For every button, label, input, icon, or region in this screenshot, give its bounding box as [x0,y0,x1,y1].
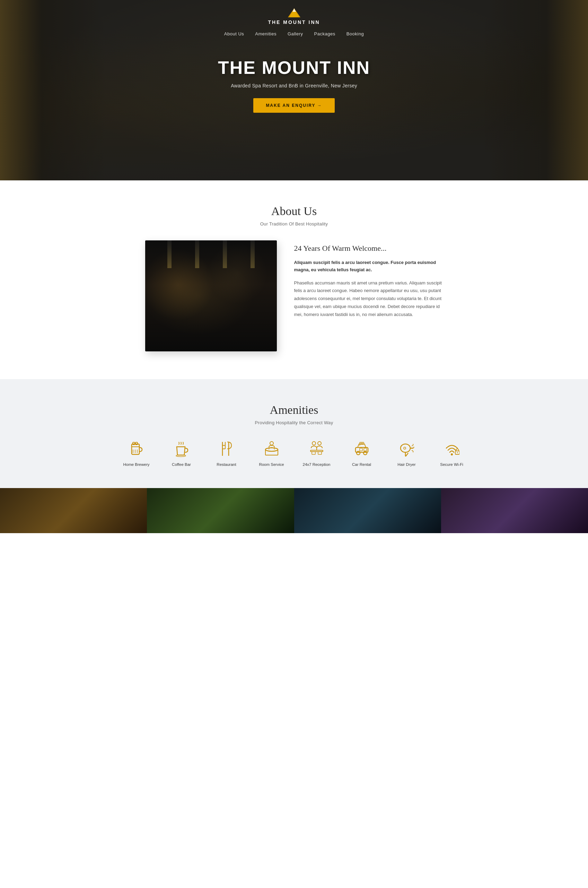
svg-point-10 [176,455,186,457]
svg-point-21 [312,442,316,445]
amenity-reception-label: 24x7 Reception [303,462,330,467]
amenity-car-rental: Car Rental [346,439,377,467]
amenity-hair-dryer-label: Hair Dryer [398,462,416,467]
amenity-wifi-label: Secure Wi-Fi [440,462,463,467]
amenity-restaurant-label: Restaurant [216,462,236,467]
nav-amenities[interactable]: Amenities [255,31,276,36]
about-bar-image [145,240,277,351]
about-paragraph: Phasellus accumsan mauris sit amet urna … [294,279,443,319]
amenity-reception: 24x7 Reception [301,439,332,467]
hero-main-title: THE MOUNT INN [218,57,370,78]
beer-icon [127,439,146,459]
gallery-thumb-1[interactable] [0,488,147,533]
hero-section: THE MOUNT INN About Us Amenities Gallery… [0,0,588,181]
amenity-home-brewery-label: Home Brewery [123,462,149,467]
coffee-icon [172,439,191,459]
logo-area: THE MOUNT INN [268,0,320,25]
about-text-block: 24 Years Of Warm Welcome... Aliquam susc… [294,240,443,318]
svg-point-40 [457,452,458,453]
svg-point-20 [270,442,273,445]
reception-icon [307,439,326,459]
amenities-section-title: Amenities [14,403,574,417]
about-bold-paragraph: Aliquam suscipit felis a arcu laoreet co… [294,259,443,274]
amenities-section-subtitle: Providing Hospitality the Correct Way [14,420,574,425]
svg-point-36 [400,444,410,452]
about-image-lights [145,240,277,268]
svg-rect-34 [360,448,362,451]
amenity-wifi: Secure Wi-Fi [436,439,467,467]
svg-rect-35 [364,448,367,451]
svg-rect-26 [318,452,321,455]
svg-point-16 [266,448,278,451]
about-section: About Us Our Tradition Of Best Hospitali… [0,181,588,379]
amenity-coffee-bar-label: Coffee Bar [172,462,191,467]
about-section-subtitle: Our Tradition Of Best Hospitality [21,221,567,227]
amenity-home-brewery: Home Brewery [121,439,152,467]
nav-packages[interactable]: Packages [314,31,335,36]
nav-gallery[interactable]: Gallery [288,31,303,36]
amenities-section: Amenities Providing Hospitality the Corr… [0,379,588,488]
hero-subtitle: Awarded Spa Resort and BnB in Greenville… [218,83,370,89]
about-heading: 24 Years Of Warm Welcome... [294,244,443,253]
amenity-hair-dryer: Hair Dryer [391,439,422,467]
svg-point-38 [451,453,453,455]
about-content: 24 Years Of Warm Welcome... Aliquam susc… [145,240,443,351]
wifi-icon [442,439,462,459]
gallery-thumb-4[interactable] [441,488,588,533]
svg-marker-2 [292,8,296,12]
nav-booking[interactable]: Booking [346,31,364,36]
amenity-car-rental-label: Car Rental [352,462,371,467]
hero-text-block: THE MOUNT INN Awarded Spa Resort and BnB… [218,57,370,113]
amenity-room-service-label: Room Service [259,462,284,467]
amenities-icons-grid: Home Brewery Coffee Bar [14,439,574,467]
gallery-row [0,488,588,533]
nav-about[interactable]: About Us [224,31,244,36]
main-nav: About Us Amenities Gallery Packages Book… [224,31,364,36]
hairdryer-icon [397,439,417,459]
car-icon [352,439,372,459]
amenity-restaurant: Restaurant [211,439,242,467]
gallery-thumb-3[interactable] [294,488,441,533]
svg-rect-25 [312,452,315,455]
roomservice-icon [262,439,281,459]
enquiry-button[interactable]: MAKE AN ENQUIRY → [253,98,334,113]
gallery-thumb-2[interactable] [147,488,294,533]
svg-point-37 [404,447,406,449]
restaurant-icon [217,439,236,459]
about-section-title: About Us [21,205,567,218]
svg-point-22 [318,442,321,445]
amenity-room-service: Room Service [256,439,287,467]
svg-point-28 [357,451,360,455]
logo-mountain-icon [286,8,303,19]
amenity-coffee-bar: Coffee Bar [166,439,197,467]
brand-name: THE MOUNT INN [268,20,320,25]
svg-point-29 [363,451,367,455]
